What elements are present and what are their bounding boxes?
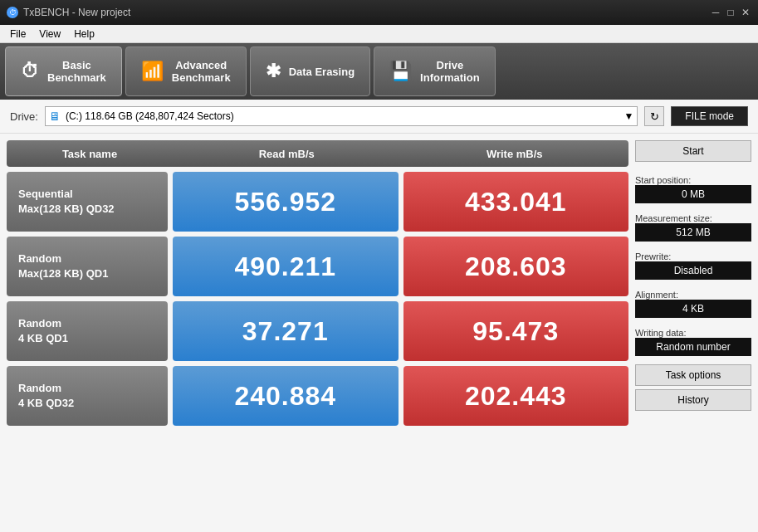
task-1-line1: Sequential xyxy=(18,187,115,202)
read-2: 490.211 xyxy=(173,237,399,296)
bench-row-1: Sequential Max(128 KB) QD32 556.952 433.… xyxy=(7,172,628,232)
menu-view[interactable]: View xyxy=(32,27,67,41)
start-position-label: Start position: xyxy=(635,175,751,185)
task-3: Random 4 KB QD1 xyxy=(7,301,168,361)
toolbar: ⏱ Basic Benchmark 📶 Advanced Benchmark ✱… xyxy=(0,43,758,100)
drive-dropdown[interactable]: 🖥 (C:) 118.64 GB (248,807,424 Sectors) ▼ xyxy=(45,106,638,126)
alignment-value: 4 KB xyxy=(635,300,751,318)
advanced-benchmark-label-line1: Advanced xyxy=(172,59,231,71)
write-1: 433.041 xyxy=(403,172,629,232)
header-read: Read mB/s xyxy=(173,140,401,167)
basic-benchmark-label-line2: Benchmark xyxy=(47,71,106,84)
measurement-size-section: Measurement size: 512 MB xyxy=(635,210,751,242)
advanced-benchmark-label-line2: Benchmark xyxy=(172,71,231,84)
file-mode-button[interactable]: FILE mode xyxy=(671,106,748,126)
toolbar-data-erasing[interactable]: ✱ Data Erasing xyxy=(250,46,370,96)
title-bar-controls: ─ □ ✕ xyxy=(710,7,751,18)
data-erasing-label: Data Erasing xyxy=(289,66,355,78)
read-3: 37.271 xyxy=(173,301,399,361)
toolbar-basic-benchmark[interactable]: ⏱ Basic Benchmark xyxy=(5,46,122,96)
task-1-line2: Max(128 KB) QD32 xyxy=(18,202,115,217)
start-position-section: Start position: 0 MB xyxy=(635,172,751,203)
start-position-value: 0 MB xyxy=(635,185,751,203)
task-1: Sequential Max(128 KB) QD32 xyxy=(7,172,168,232)
task-4: Random 4 KB QD32 xyxy=(7,366,168,426)
task-2: Random Max(128 KB) QD1 xyxy=(7,237,168,296)
drive-label: Drive: xyxy=(10,110,38,123)
menu-bar: File View Help xyxy=(0,25,758,43)
drive-info-label-line1: Drive xyxy=(420,59,480,71)
basic-benchmark-label-line1: Basic xyxy=(47,59,106,71)
write-4: 202.443 xyxy=(403,366,629,426)
read-4: 240.884 xyxy=(173,366,399,426)
toolbar-advanced-benchmark[interactable]: 📶 Advanced Benchmark xyxy=(125,46,247,96)
prewrite-label: Prewrite: xyxy=(635,251,751,261)
maximize-button[interactable]: □ xyxy=(725,7,736,18)
data-erasing-icon: ✱ xyxy=(266,61,281,82)
measurement-size-label: Measurement size: xyxy=(635,213,751,223)
title-bar-left: ⏱ TxBENCH - New project xyxy=(7,7,130,18)
prewrite-value: Disabled xyxy=(635,261,751,280)
start-button[interactable]: Start xyxy=(635,140,751,162)
advanced-benchmark-icon: 📶 xyxy=(141,61,164,82)
bench-row-4: Random 4 KB QD32 240.884 202.443 xyxy=(7,366,628,426)
bench-row-3: Random 4 KB QD1 37.271 95.473 xyxy=(7,301,628,361)
toolbar-drive-info[interactable]: 💾 Drive Information xyxy=(374,46,496,96)
writing-data-value: Random number xyxy=(635,338,751,356)
prewrite-section: Prewrite: Disabled xyxy=(635,248,751,280)
side-panel: Start Start position: 0 MB Measurement s… xyxy=(635,140,751,525)
dropdown-arrow-icon: ▼ xyxy=(624,110,633,122)
main-split: Task name Read mB/s Write mB/s Sequentia… xyxy=(0,134,758,532)
content-area: Drive: 🖥 (C:) 118.64 GB (248,807,424 Sec… xyxy=(0,100,758,532)
drive-bar: Drive: 🖥 (C:) 118.64 GB (248,807,424 Sec… xyxy=(0,100,758,134)
write-3: 95.473 xyxy=(403,301,629,361)
task-3-line2: 4 KB QD1 xyxy=(18,331,68,346)
task-4-line1: Random xyxy=(18,381,74,396)
task-4-line2: 4 KB QD32 xyxy=(18,396,74,411)
measurement-size-value: 512 MB xyxy=(635,223,751,242)
title-bar: ⏱ TxBENCH - New project ─ □ ✕ xyxy=(0,0,758,25)
drive-info-icon: 💾 xyxy=(389,61,412,82)
drive-refresh-button[interactable]: ↻ xyxy=(644,106,664,126)
menu-file[interactable]: File xyxy=(3,27,32,41)
write-2: 208.603 xyxy=(403,237,629,296)
close-button[interactable]: ✕ xyxy=(740,7,751,18)
minimize-button[interactable]: ─ xyxy=(710,7,721,18)
bench-header: Task name Read mB/s Write mB/s xyxy=(7,140,628,167)
app-icon: ⏱ xyxy=(7,7,18,18)
task-options-button[interactable]: Task options xyxy=(635,364,751,386)
bench-row-2: Random Max(128 KB) QD1 490.211 208.603 xyxy=(7,237,628,296)
read-1: 556.952 xyxy=(173,172,399,232)
header-task: Task name xyxy=(7,140,173,167)
basic-benchmark-icon: ⏱ xyxy=(21,61,39,82)
benchmark-area: Task name Read mB/s Write mB/s Sequentia… xyxy=(7,140,628,525)
refresh-icon: ↻ xyxy=(650,110,659,123)
writing-data-section: Writing data: Random number xyxy=(635,325,751,356)
menu-help[interactable]: Help xyxy=(67,27,101,41)
drive-value: (C:) 118.64 GB (248,807,424 Sectors) xyxy=(66,110,234,122)
history-button[interactable]: History xyxy=(635,389,751,411)
window-title: TxBENCH - New project xyxy=(23,7,130,18)
drive-computer-icon: 🖥 xyxy=(49,110,61,123)
drive-info-label-line2: Information xyxy=(420,71,480,84)
writing-data-label: Writing data: xyxy=(635,328,751,338)
header-write: Write mB/s xyxy=(401,140,629,167)
task-2-line1: Random xyxy=(18,251,108,266)
alignment-section: Alignment: 4 KB xyxy=(635,286,751,318)
task-3-line1: Random xyxy=(18,316,68,331)
task-2-line2: Max(128 KB) QD1 xyxy=(18,266,108,281)
alignment-label: Alignment: xyxy=(635,290,751,300)
